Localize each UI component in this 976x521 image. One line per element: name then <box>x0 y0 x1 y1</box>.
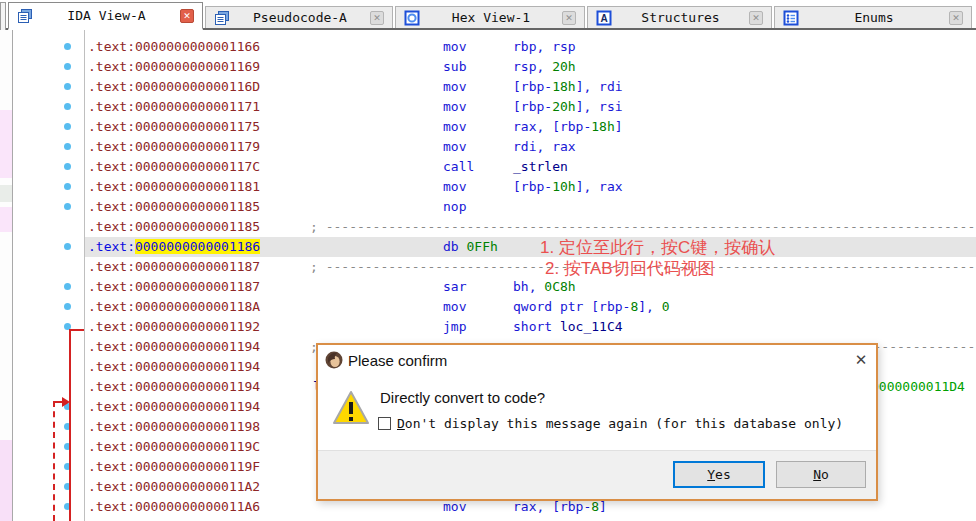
listing-row[interactable]: .text:0000000000001171mov[rbp-20h], rsi <box>0 97 976 117</box>
tab-label: Enums <box>799 10 949 25</box>
ida-window: IDA View-A✕Pseudocode-A✕Hex View-1✕AStru… <box>0 0 976 521</box>
listing-address: .text:000000000000119F <box>88 457 260 477</box>
listing-code: _strlen <box>513 157 568 177</box>
listing-address: .text:0000000000001194 <box>88 397 260 417</box>
tab-hex-view-1[interactable]: Hex View-1✕ <box>395 6 585 28</box>
listing-code: [rbp-10h], rax <box>513 177 623 197</box>
listing-row[interactable]: .text:0000000000001169subrsp, 20h <box>0 57 976 77</box>
tab-label: Pseudocode-A <box>230 10 370 25</box>
svg-text:A: A <box>600 12 607 23</box>
listing-code: bh, 0C8h <box>513 277 576 297</box>
listing-address: .text:000000000000116D <box>88 77 260 97</box>
tab-label: IDA View-A <box>33 8 180 23</box>
listing-code: mov <box>443 117 466 137</box>
listing-address: .text:0000000000001179 <box>88 137 260 157</box>
dont-display-checkbox[interactable] <box>378 417 391 430</box>
listing-code: mov <box>443 297 466 317</box>
listing-address: .text:0000000000001192 <box>88 317 260 337</box>
listing-code: db 0FFh <box>443 237 498 257</box>
tab-close-icon[interactable]: ✕ <box>180 9 194 23</box>
code-dot-icon <box>64 43 71 50</box>
structures-icon: A <box>596 10 612 26</box>
listing-address: .text:0000000000001185 <box>88 197 260 217</box>
listing-address: .text:0000000000001194 <box>88 377 260 397</box>
listing-row[interactable]: .text:0000000000001185nop <box>0 197 976 217</box>
listing-code: mov <box>443 177 466 197</box>
listing-code: mov <box>443 37 466 57</box>
confirm-dialog: Please confirm ✕ Directly convert to cod… <box>316 343 878 501</box>
tab-close-icon[interactable]: ✕ <box>749 11 763 25</box>
dialog-button-area: Yes No <box>318 450 876 499</box>
listing-address: .text:0000000000001169 <box>88 57 260 77</box>
dialog-message: Directly convert to code? <box>380 389 545 406</box>
listing-code: sar <box>443 277 466 297</box>
yes-button[interactable]: Yes <box>673 461 765 488</box>
listing-row[interactable]: .text:000000000000116Dmov[rbp-18h], rdi <box>0 77 976 97</box>
code-dot-icon <box>64 303 71 310</box>
enums-icon <box>783 10 799 26</box>
listing-address: .text:00000000000011A2 <box>88 477 260 497</box>
listing-row[interactable]: .text:0000000000001179movrdi, rax <box>0 137 976 157</box>
dont-display-label[interactable]: Don't display this message again (for th… <box>397 416 843 431</box>
listing-address: .text:00000000000011A6 <box>88 497 260 517</box>
listing-row[interactable]: .text:0000000000001187; ----------------… <box>0 257 976 277</box>
listing-code: ; --------------------------------------… <box>310 217 976 237</box>
listing-code: mov <box>443 77 466 97</box>
listing-row[interactable]: .text:0000000000001187sarbh, 0C8h <box>0 277 976 297</box>
tab-pseudocode-a[interactable]: Pseudocode-A✕ <box>205 6 393 28</box>
warning-icon <box>331 389 371 429</box>
annotation-line-2: 2. 按TAB切回代码视图 <box>545 258 715 279</box>
code-dot-icon <box>64 123 71 130</box>
no-button[interactable]: No <box>776 461 866 488</box>
tab-enums[interactable]: Enums✕ <box>774 6 972 28</box>
pseudocode-icon <box>214 10 230 26</box>
listing-row[interactable]: .text:0000000000001166movrbp, rsp <box>0 37 976 57</box>
listing-address: .text:000000000000118A <box>88 297 260 317</box>
listing-code: rax, [rbp-18h] <box>513 117 623 137</box>
listing-code: nop <box>443 197 466 217</box>
listing-row[interactable]: .text:0000000000001192jmpshort loc_11C4 <box>0 317 976 337</box>
tab-ida-view-a[interactable]: IDA View-A✕ <box>8 2 203 30</box>
listing-row[interactable]: .text:0000000000001186db 0FFh <box>0 237 976 257</box>
listing-row[interactable]: .text:0000000000001181mov[rbp-10h], rax <box>0 177 976 197</box>
listing-address: .text:0000000000001185 <box>88 217 260 237</box>
listing-row[interactable]: .text:0000000000001185; ----------------… <box>0 217 976 237</box>
dialog-title: Please confirm <box>348 352 447 369</box>
tab-close-icon[interactable]: ✕ <box>370 11 384 25</box>
listing-code: [rbp-20h], rsi <box>513 97 623 117</box>
jump-line-solid-vertical <box>69 329 71 521</box>
listing-address: .text:0000000000001166 <box>88 37 260 57</box>
listing-code: sub <box>443 57 466 77</box>
hex-view-icon <box>404 10 420 26</box>
listing-address: .text:0000000000001175 <box>88 117 260 137</box>
annotation-line-1: 1. 定位至此行，按C键，按确认 <box>540 237 775 258</box>
tab-close-icon[interactable]: ✕ <box>562 11 576 25</box>
listing-code: rbp, rsp <box>513 37 576 57</box>
listing-code: rsp, 20h <box>513 57 576 77</box>
tab-label: Hex View-1 <box>420 10 562 25</box>
listing-address: .text:0000000000001194 <box>88 337 260 357</box>
listing-code: call <box>443 157 474 177</box>
code-dot-icon <box>64 103 71 110</box>
jump-arrow-icon <box>62 397 70 407</box>
code-dot-icon <box>64 203 71 210</box>
dialog-close-icon[interactable]: ✕ <box>851 350 871 370</box>
listing-address: .text:000000000000119C <box>88 437 260 457</box>
listing-row[interactable]: .text:000000000000117Ccall_strlen <box>0 157 976 177</box>
listing-row[interactable]: .text:000000000000118Amovqword ptr [rbp-… <box>0 297 976 317</box>
tab-sliver <box>0 2 6 30</box>
jump-line-dashed-vertical <box>53 401 55 521</box>
listing-address: .text:0000000000001187 <box>88 277 260 297</box>
tab-close-icon[interactable]: ✕ <box>949 11 963 25</box>
listing-address: .text:0000000000001194 <box>88 357 260 377</box>
dont-display-row: Don't display this message again (for th… <box>378 416 843 431</box>
listing-address: .text:0000000000001198 <box>88 417 260 437</box>
listing-code: qword ptr [rbp-8], 0 <box>513 297 670 317</box>
listing-row[interactable]: .text:0000000000001175movrax, [rbp-18h] <box>0 117 976 137</box>
listing-address: .text:000000000000117C <box>88 157 260 177</box>
code-dot-icon <box>64 143 71 150</box>
tab-structures[interactable]: AStructures✕ <box>587 6 772 28</box>
code-dot-icon <box>64 243 71 250</box>
listing-address: .text:0000000000001171 <box>88 97 260 117</box>
code-dot-icon <box>64 283 71 290</box>
